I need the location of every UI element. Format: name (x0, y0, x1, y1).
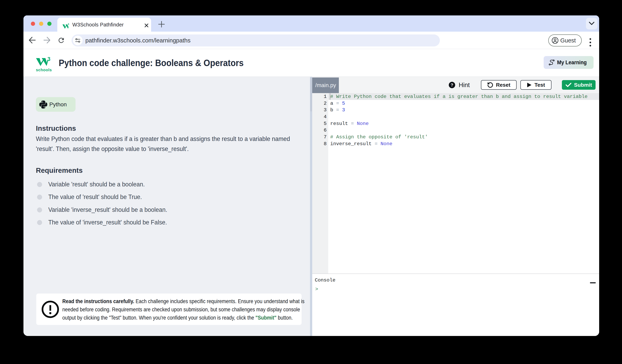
svg-text:3: 3 (68, 23, 69, 26)
svg-text:schools: schools (36, 68, 52, 72)
svg-text:3: 3 (47, 57, 51, 62)
svg-text:?: ? (451, 82, 453, 88)
